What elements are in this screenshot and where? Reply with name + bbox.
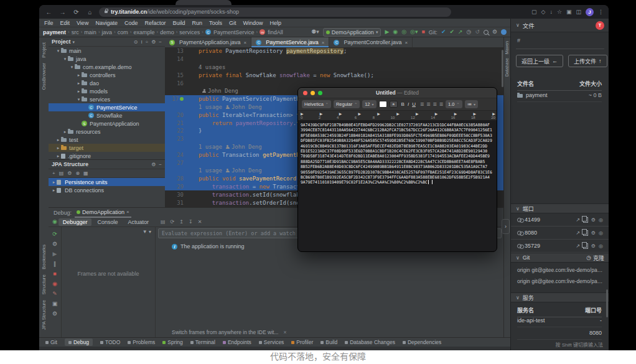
tab-stop-icon[interactable]: ▶ <box>301 111 304 116</box>
filter-icon[interactable]: ▼ ▾ <box>143 229 151 235</box>
menu-item-view[interactable]: View <box>77 20 88 26</box>
chevron-down-icon[interactable]: ▾ <box>73 40 75 44</box>
locate-file-icon[interactable]: ⊙ <box>134 39 138 45</box>
menu-item-git[interactable]: Git <box>229 20 236 26</box>
git-section-header[interactable]: ∨ Git ◷ 克隆 <box>511 253 609 263</box>
tool-window-button-debug[interactable]: Debug <box>65 338 93 346</box>
breadcrumb-item-com[interactable]: com <box>118 29 128 35</box>
service-row[interactable]: ide-api-test- <box>517 317 602 327</box>
tool-strip-bookmarks[interactable]: Bookmarks <box>41 245 47 269</box>
tool-strip-jpa-structure[interactable]: JPA Structure <box>41 300 47 330</box>
services-section-header[interactable]: ∨ 服务 <box>511 292 609 302</box>
tool-window-button-problems[interactable]: Problems <box>128 339 155 345</box>
tab-stop-icon[interactable]: ▶ <box>492 111 495 116</box>
open-external-icon[interactable]: ↗ <box>576 217 580 223</box>
menu-item-build[interactable]: Build <box>172 20 185 26</box>
panel-expander-chevron[interactable]: › <box>502 219 510 234</box>
table-icon[interactable]: ▦ <box>83 170 88 176</box>
port-settings-icon[interactable]: ⚙ <box>591 243 596 249</box>
tree-item-.gitignore[interactable]: ▸.gitignore <box>49 152 165 159</box>
upload-file-button[interactable]: 上传文件 ↑ <box>568 55 607 67</box>
breadcrumb-item-src[interactable]: src <box>72 29 79 35</box>
port-row[interactable]: 35729↗⚙◎ <box>511 240 609 253</box>
tool-window-button-todo[interactable]: TODO <box>100 339 120 345</box>
home-icon[interactable]: ⌂ <box>86 9 94 16</box>
underline-button[interactable]: U <box>412 101 416 107</box>
reload-icon[interactable]: ⟳ <box>72 9 80 16</box>
open-external-icon[interactable]: ↗ <box>576 230 580 236</box>
forward-icon[interactable]: → <box>58 9 67 16</box>
tree-item-main[interactable]: ▾main <box>49 47 165 55</box>
copy-icon[interactable] <box>583 243 588 249</box>
tab-stop-icon[interactable]: ▶ <box>358 111 361 116</box>
breadcrumb-item-example[interactable]: example <box>133 29 154 35</box>
editor-tab-paymentservice.java[interactable]: CPaymentService.java× <box>251 37 329 47</box>
camera-icon[interactable]: ▣ <box>52 301 58 307</box>
text-color-swatch[interactable] <box>379 101 387 108</box>
align-right-icon[interactable]: ☰ <box>439 102 443 107</box>
hide-panel-icon[interactable]: − <box>159 162 162 167</box>
port-stop-icon[interactable]: ◎ <box>599 217 603 223</box>
undo-icon[interactable]: ↺ <box>475 29 480 35</box>
coverage-button[interactable]: ◎ <box>401 29 406 35</box>
menu-item-edit[interactable]: Edit <box>60 20 70 26</box>
tool-strip-database[interactable]: Database <box>505 58 509 77</box>
menu-item-run[interactable]: Run <box>192 20 202 26</box>
editor-tab-paymentapplication.java[interactable]: SPaymentApplication.java× <box>165 37 251 47</box>
port-stop-icon[interactable]: ◎ <box>599 243 603 249</box>
pause-icon[interactable]: ∥ <box>54 261 57 267</box>
add-icon[interactable]: + <box>52 170 55 176</box>
close-icon[interactable]: × <box>283 329 286 335</box>
user-icon[interactable]: ⚉▾ <box>311 29 319 35</box>
tree-item-paymentapplication[interactable]: SPaymentApplication <box>49 119 165 128</box>
tool-window-button-services[interactable]: Services <box>259 339 284 345</box>
tool-window-button-endpoints[interactable]: Endpoints <box>223 339 251 345</box>
menu-item-help[interactable]: Help <box>270 20 282 26</box>
port-row[interactable]: 8080↗⚙◎ <box>511 226 609 240</box>
tree-item-snowflake[interactable]: CSnowflake <box>49 111 165 119</box>
tool-strip-maven[interactable]: Maven <box>505 41 509 54</box>
download-icon[interactable]: ↓ <box>549 9 553 15</box>
font-family-select[interactable]: Helvetica⌃ <box>302 100 331 108</box>
tree-item-models[interactable]: ▸models <box>49 87 165 95</box>
copy-icon[interactable] <box>583 230 588 236</box>
debugger-tab-console[interactable]: Console <box>93 218 122 226</box>
history-icon[interactable]: ◷ <box>467 29 472 35</box>
ports-section-header[interactable]: ∨ 端口 <box>511 203 609 213</box>
search-settings-icon[interactable]: ⚙ <box>52 310 57 317</box>
tool-window-button-git[interactable]: Git <box>45 339 57 345</box>
tree-item-resources[interactable]: ▸resources <box>49 128 165 136</box>
menu-item-code[interactable]: Code <box>124 20 138 26</box>
debugger-tab-actuator[interactable]: Actuator <box>123 218 153 226</box>
git-remote-row[interactable]: origin git@gitee.com:live-demo/payme... <box>517 278 604 284</box>
close-icon[interactable]: ⊗ <box>75 170 80 176</box>
align-left-icon[interactable]: ☰ <box>420 102 424 107</box>
move-up-icon[interactable]: ↥ <box>179 219 184 225</box>
menu-item-navigate[interactable]: Navigate <box>95 20 118 26</box>
back-icon[interactable]: ← <box>45 9 53 16</box>
breadcrumb-item-demo[interactable]: demo <box>160 29 174 35</box>
stop-button[interactable]: ■ <box>421 29 424 35</box>
debugger-tab-debugger[interactable]: Debugger <box>58 218 92 226</box>
back-parent-button[interactable]: 返回上一级 ← <box>516 55 563 67</box>
password-key-icon[interactable]: ◇ <box>541 9 545 15</box>
extensions-icon[interactable]: ▣ <box>566 9 572 15</box>
port-row[interactable]: 41499↗⚙◎ <box>511 213 609 226</box>
open-external-icon[interactable]: ↗ <box>576 243 580 249</box>
layout-icon[interactable]: ▤ <box>161 219 166 225</box>
resume-icon[interactable]: ▶ <box>53 251 57 257</box>
close-tab-icon[interactable]: × <box>244 40 247 45</box>
tree-item-com.example.demo[interactable]: ▾com.example.demo <box>49 63 165 71</box>
tree-item-dao[interactable]: ▸dao <box>49 79 165 87</box>
tool-window-button-spring[interactable]: Spring <box>162 339 183 345</box>
tool-window-button-terminal[interactable]: Terminal <box>190 339 215 345</box>
stop-icon[interactable]: ■ <box>53 271 56 277</box>
tab-stop-icon[interactable]: ▶ <box>473 111 476 116</box>
code-line[interactable]: 16 <box>165 79 504 87</box>
debug-session-tab[interactable]: DemoApplication × <box>75 207 131 218</box>
code-line[interactable]: 13private PaymentRepository paymentRepos… <box>165 47 504 55</box>
edit-icon[interactable]: ✎ <box>52 291 57 297</box>
menu-item-file[interactable]: File <box>44 20 54 26</box>
tab-stop-icon[interactable]: ▶ <box>377 111 380 116</box>
editor-tab-paymentcontroller.java[interactable]: CPaymentController.java× <box>329 37 413 47</box>
